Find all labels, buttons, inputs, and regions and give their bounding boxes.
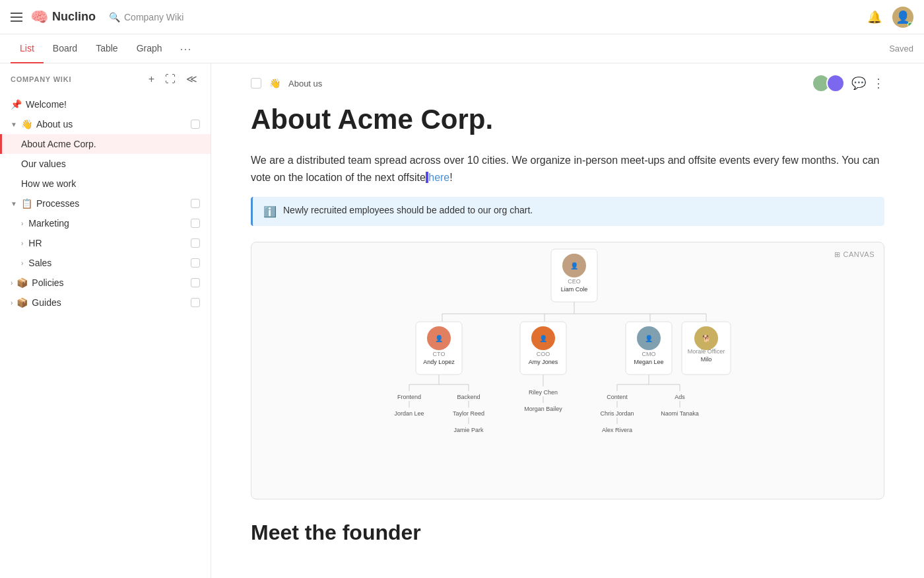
- chevron-down-icon: ▼: [11, 121, 17, 128]
- add-item-button[interactable]: +: [146, 72, 157, 87]
- collaborator-avatars: [812, 74, 845, 92]
- sidebar-group-guides[interactable]: › 📦 Guides: [0, 293, 211, 312]
- search-area[interactable]: 🔍 Company Wiki: [109, 12, 183, 22]
- svg-text:Ads: Ads: [675, 394, 685, 400]
- svg-text:Amy Jones: Amy Jones: [529, 359, 558, 365]
- logo-area: 🧠 Nuclino: [30, 9, 96, 26]
- sidebar-item-how-we-work[interactable]: How we work: [0, 174, 211, 194]
- marketing-label: Marketing: [28, 218, 187, 229]
- canvas-label: ⊞ CANVAS: [834, 250, 874, 259]
- sidebar-item-hr[interactable]: › HR: [0, 233, 211, 253]
- svg-text:Backend: Backend: [457, 394, 480, 400]
- saved-status: Saved: [889, 44, 913, 54]
- svg-text:👤: 👤: [435, 334, 444, 343]
- online-dot: [908, 22, 913, 27]
- svg-text:🐕: 🐕: [702, 334, 711, 343]
- user-avatar[interactable]: 👤: [892, 7, 913, 28]
- processes-emoji: 📋: [21, 198, 32, 209]
- search-icon: 🔍: [109, 12, 120, 22]
- collapse-sidebar-button[interactable]: ≪: [183, 71, 200, 87]
- svg-text:Riley Chen: Riley Chen: [529, 389, 558, 396]
- notification-bell-icon[interactable]: 🔔: [867, 10, 882, 24]
- chevron-right-icon-policies: ›: [11, 279, 13, 287]
- hr-checkbox[interactable]: [191, 238, 200, 248]
- about-us-emoji: 👋: [21, 119, 32, 129]
- svg-text:Frontend: Frontend: [397, 394, 421, 400]
- here-link[interactable]: here: [428, 172, 449, 183]
- svg-text:👤: 👤: [539, 334, 548, 343]
- content-header: 👋 About us 💬 ⋮: [211, 63, 924, 92]
- chevron-right-icon-guides: ›: [11, 299, 13, 307]
- chevron-right-icon-hr: ›: [21, 240, 23, 247]
- our-values-label: Our values: [21, 159, 200, 169]
- sales-label: Sales: [28, 258, 187, 268]
- hr-label: HR: [28, 238, 187, 248]
- guides-checkbox[interactable]: [191, 298, 200, 307]
- sidebar-item-marketing[interactable]: › Marketing: [0, 213, 211, 233]
- svg-text:👤: 👤: [645, 334, 653, 343]
- svg-text:Liam Cole: Liam Cole: [561, 286, 588, 293]
- svg-text:Andy Lopez: Andy Lopez: [423, 359, 455, 365]
- sidebar-item-sales[interactable]: › Sales: [0, 253, 211, 273]
- svg-text:Taylor Reed: Taylor Reed: [453, 410, 484, 417]
- sidebar-item-welcome[interactable]: 📌 Welcome!: [0, 94, 211, 114]
- svg-text:Milo: Milo: [701, 356, 712, 363]
- sidebar-group-policies[interactable]: › 📦 Policies: [0, 273, 211, 293]
- body-paragraph: We are a distributed team spread across …: [251, 152, 884, 186]
- page-title: About Acme Corp.: [251, 103, 884, 136]
- topbar-right: 🔔 👤: [867, 7, 913, 28]
- processes-checkbox[interactable]: [191, 199, 200, 208]
- svg-text:CTO: CTO: [433, 351, 446, 357]
- chevron-right-icon-marketing: ›: [21, 220, 23, 227]
- marketing-checkbox[interactable]: [191, 219, 200, 228]
- svg-text:Content: Content: [607, 394, 628, 400]
- more-tabs-button[interactable]: ⋯: [174, 39, 197, 59]
- processes-label: Processes: [36, 198, 187, 209]
- sidebar-header: COMPANY WIKI + ⛶ ≪: [0, 63, 211, 94]
- tab-list[interactable]: List: [11, 34, 44, 63]
- sidebar-actions: + ⛶ ≪: [146, 71, 200, 87]
- canvas-container: ⊞ CANVAS 👤 CEO Liam Cole: [251, 242, 884, 499]
- about-us-label: About us: [36, 119, 187, 129]
- policies-checkbox[interactable]: [191, 278, 200, 287]
- page-checkbox[interactable]: [251, 78, 261, 89]
- svg-text:CMO: CMO: [642, 351, 656, 357]
- sidebar-group-about-us[interactable]: ▼ 👋 About us: [0, 114, 211, 134]
- content-area: 👋 About us 💬 ⋮ About Acme Corp. We are a…: [211, 63, 924, 578]
- about-acme-label: About Acme Corp.: [21, 139, 200, 149]
- svg-text:Jordan Lee: Jordan Lee: [394, 410, 424, 417]
- sidebar-group-processes[interactable]: ▼ 📋 Processes: [0, 194, 211, 213]
- search-placeholder: Company Wiki: [124, 12, 183, 22]
- logo-icon: 🧠: [30, 9, 48, 26]
- expand-button[interactable]: ⛶: [162, 72, 178, 87]
- svg-text:👤: 👤: [570, 262, 579, 270]
- sidebar-item-about-acme[interactable]: About Acme Corp.: [0, 134, 211, 154]
- svg-text:CEO: CEO: [568, 278, 581, 285]
- svg-text:COO: COO: [537, 351, 550, 357]
- breadcrumb-emoji: 👋: [269, 78, 280, 89]
- info-box: ℹ️ Newly recruited employees should be a…: [251, 197, 884, 226]
- policies-emoji: 📦: [16, 277, 28, 288]
- comment-icon[interactable]: 💬: [851, 76, 866, 90]
- tab-graph[interactable]: Graph: [127, 34, 172, 63]
- info-text: Newly recruited employees should be adde…: [283, 205, 533, 215]
- info-icon: ℹ️: [263, 205, 277, 218]
- main-layout: COMPANY WIKI + ⛶ ≪ 📌 Welcome! ▼ 👋 About …: [0, 63, 924, 578]
- sidebar-item-label: Welcome!: [26, 99, 200, 110]
- org-chart-svg: 👤 CEO Liam Cole 👤 CTO Andy Lopez: [251, 242, 884, 480]
- svg-text:Chris Jordan: Chris Jordan: [600, 410, 634, 417]
- sidebar-item-our-values[interactable]: Our values: [0, 154, 211, 174]
- tab-board[interactable]: Board: [44, 34, 86, 63]
- svg-text:Megan Lee: Megan Lee: [634, 359, 663, 365]
- about-us-checkbox[interactable]: [191, 120, 200, 129]
- logo-text: Nuclino: [52, 10, 96, 24]
- sales-checkbox[interactable]: [191, 258, 200, 268]
- welcome-pin-icon: 📌: [11, 99, 22, 110]
- menu-button[interactable]: [11, 13, 22, 22]
- svg-text:Jamie Park: Jamie Park: [453, 427, 484, 433]
- tab-table[interactable]: Table: [86, 34, 127, 63]
- svg-text:Morale Officer: Morale Officer: [688, 348, 725, 355]
- svg-text:Naomi Tanaka: Naomi Tanaka: [661, 410, 698, 417]
- more-options-icon[interactable]: ⋮: [873, 76, 884, 90]
- guides-emoji: 📦: [16, 297, 28, 308]
